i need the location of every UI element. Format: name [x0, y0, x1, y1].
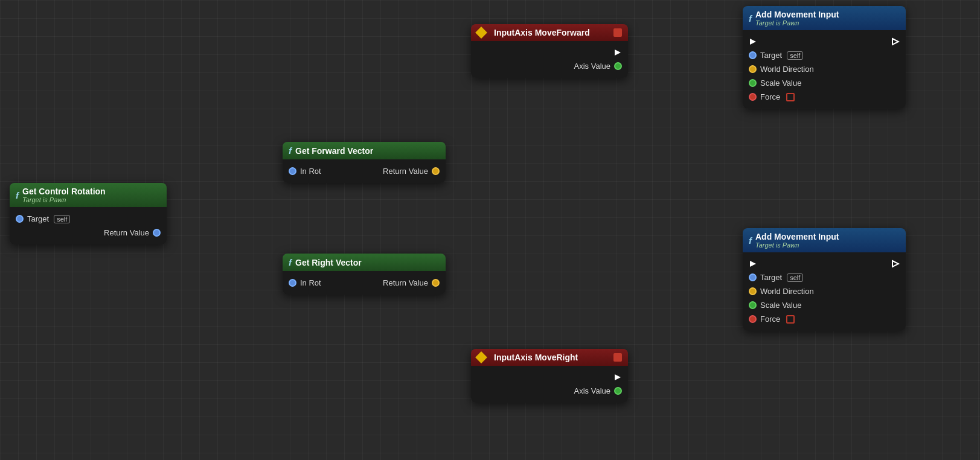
pin-dot-return — [432, 167, 440, 175]
svg-marker-4 — [750, 261, 756, 267]
pin-dot-axis — [614, 62, 622, 70]
func-icon: f — [749, 13, 752, 24]
node-body: Target self Return Value — [10, 207, 167, 244]
red-square-icon — [613, 28, 622, 37]
node-header-add-right: f Add Movement Input Target is Pawn — [743, 228, 906, 252]
node-header-add-fwd: f Add Movement Input Target is Pawn — [743, 6, 906, 30]
func-icon: f — [289, 145, 292, 156]
pin-force: Force — [743, 90, 906, 104]
pin-dot-inrot — [289, 279, 296, 287]
node-header-get-control: f Get Control Rotation Target is Pawn — [10, 183, 167, 207]
node-subtitle: Target is Pawn — [755, 241, 839, 249]
node-title: Get Control Rotation — [22, 187, 106, 196]
svg-marker-5 — [892, 261, 898, 267]
svg-marker-0 — [615, 50, 621, 56]
node-header-get-right: f Get Right Vector — [283, 254, 446, 271]
node-body: In Rot Return Value — [283, 159, 446, 183]
pin-dot-force — [749, 315, 757, 323]
pin-dot-scale — [749, 301, 757, 309]
diamond-icon — [475, 351, 487, 363]
pin-force: Force — [743, 312, 906, 326]
pin-dot-return — [432, 279, 440, 287]
func-icon: f — [289, 257, 292, 267]
pin-dot-scale — [749, 79, 757, 87]
node-title: Add Movement Input — [755, 10, 839, 19]
pin-worlddir: World Direction — [743, 62, 906, 76]
diamond-icon — [475, 27, 487, 39]
node-title: Get Right Vector — [295, 258, 362, 267]
pin-exec-out — [471, 46, 628, 59]
red-square-icon — [613, 353, 622, 362]
pin-axis-value: Axis Value — [471, 384, 628, 398]
pin-exec-out — [471, 371, 628, 384]
pin-scalevalue: Scale Value — [743, 298, 906, 312]
exec-arrow — [613, 48, 622, 57]
pin-worlddir: World Direction — [743, 284, 906, 298]
node-subtitle: Target is Pawn — [755, 19, 839, 27]
func-icon: f — [749, 235, 752, 246]
pin-inrot: In Rot Return Value — [283, 164, 446, 178]
node-get-forward-vector[interactable]: f Get Forward Vector In Rot Return Value — [283, 142, 446, 183]
node-body: In Rot Return Value — [283, 271, 446, 295]
pin-exec — [743, 35, 906, 48]
pin-dot-worlddir — [749, 65, 757, 73]
node-inputaxis-moveright[interactable]: InputAxis MoveRight Axis Value — [471, 349, 628, 403]
node-header-input-forward: InputAxis MoveForward — [471, 24, 628, 41]
node-body: Axis Value — [471, 366, 628, 403]
node-body: Axis Value — [471, 41, 628, 78]
node-add-movement-forward[interactable]: f Add Movement Input Target is Pawn Targ… — [743, 6, 906, 109]
node-title: InputAxis MoveForward — [494, 28, 590, 37]
svg-marker-2 — [750, 39, 756, 45]
pin-dot-target — [16, 215, 24, 223]
pin-exec — [743, 257, 906, 270]
node-inputaxis-moveforward[interactable]: InputAxis MoveForward Axis Value — [471, 24, 628, 78]
pin-axis-value: Axis Value — [471, 59, 628, 73]
pin-dot-axis — [614, 387, 622, 395]
pin-dot-target — [749, 51, 757, 59]
exec-arrow — [613, 373, 622, 382]
node-get-right-vector[interactable]: f Get Right Vector In Rot Return Value — [283, 254, 446, 295]
pin-inrot: In Rot Return Value — [283, 276, 446, 290]
exec-in-arrow — [749, 260, 757, 268]
node-header-get-forward: f Get Forward Vector — [283, 142, 446, 159]
node-header-input-right: InputAxis MoveRight — [471, 349, 628, 366]
exec-in-arrow — [749, 37, 757, 46]
node-add-movement-right[interactable]: f Add Movement Input Target is Pawn Targ… — [743, 228, 906, 331]
force-checkbox — [786, 315, 795, 324]
svg-marker-1 — [615, 374, 621, 380]
pin-dot-force — [749, 93, 757, 101]
node-title: InputAxis MoveRight — [494, 353, 578, 362]
pin-scalevalue: Scale Value — [743, 76, 906, 90]
pin-return: Return Value — [10, 226, 167, 240]
pin-dot-return — [153, 229, 161, 237]
node-subtitle: Target is Pawn — [22, 196, 106, 203]
pin-target: Target self — [743, 48, 906, 62]
exec-out-arrow — [891, 260, 900, 268]
node-body: Target self World Direction Scale Value … — [743, 252, 906, 331]
pin-dot-inrot — [289, 167, 296, 175]
pin-dot-worlddir — [749, 287, 757, 295]
node-get-control-rotation[interactable]: f Get Control Rotation Target is Pawn Ta… — [10, 183, 167, 244]
node-body: Target self World Direction Scale Value … — [743, 30, 906, 109]
force-checkbox — [786, 93, 795, 101]
node-title: Add Movement Input — [755, 232, 839, 241]
exec-out-arrow — [891, 37, 900, 46]
func-icon: f — [16, 190, 19, 200]
pin-target: Target self — [743, 270, 906, 284]
svg-marker-3 — [892, 39, 898, 45]
node-title: Get Forward Vector — [295, 146, 373, 156]
pin-target: Target self — [10, 212, 167, 226]
pin-dot-target — [749, 273, 757, 281]
